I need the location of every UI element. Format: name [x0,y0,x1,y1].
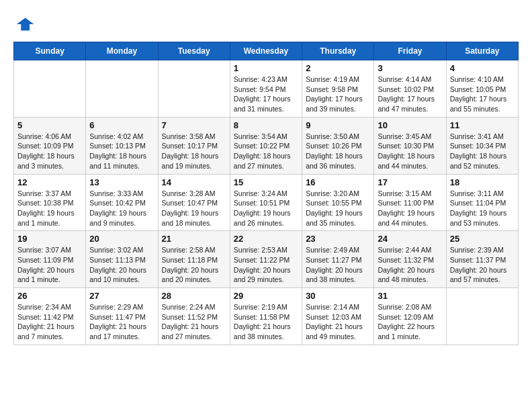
calendar-cell: 15Sunrise: 3:24 AMSunset: 10:51 PMDaylig… [230,174,302,231]
day-info: Sunrise: 3:33 AMSunset: 10:42 PMDaylight… [89,189,154,228]
calendar-cell: 28Sunrise: 2:24 AMSunset: 11:52 PMDaylig… [158,288,230,345]
date-number: 23 [306,234,370,244]
day-info: Sunrise: 3:45 AMSunset: 10:30 PMDaylight… [378,132,442,171]
calendar-cell: 9Sunrise: 3:50 AMSunset: 10:26 PMDayligh… [302,117,374,174]
day-info: Sunrise: 4:23 AMSunset: 9:54 PMDaylight:… [234,75,298,114]
date-number: 15 [234,177,298,187]
day-info: Sunrise: 3:20 AMSunset: 10:55 PMDaylight… [306,189,370,228]
date-number: 12 [17,177,82,187]
date-number: 17 [378,177,442,187]
day-header-thursday: Thursday [302,42,374,60]
day-info: Sunrise: 3:11 AMSunset: 11:04 PMDaylight… [450,189,515,228]
calendar-cell: 1Sunrise: 4:23 AMSunset: 9:54 PMDaylight… [230,60,302,118]
date-number: 21 [162,234,226,244]
day-header-friday: Friday [374,42,446,60]
calendar-cell: 17Sunrise: 3:15 AMSunset: 11:00 PMDaylig… [374,174,446,231]
day-info: Sunrise: 2:49 AMSunset: 11:27 PMDaylight… [306,245,370,285]
day-info: Sunrise: 2:19 AMSunset: 11:58 PMDaylight… [234,302,298,342]
date-number: 8 [234,120,298,130]
calendar-cell: 7Sunrise: 3:58 AMSunset: 10:17 PMDayligh… [158,117,230,174]
date-number: 9 [306,120,370,130]
calendar-cell: 13Sunrise: 3:33 AMSunset: 10:42 PMDaylig… [86,174,158,231]
day-header-saturday: Saturday [446,42,518,60]
logo-icon [13,13,35,35]
calendar-cell: 18Sunrise: 3:11 AMSunset: 11:04 PMDaylig… [446,174,518,231]
calendar-cell [158,60,230,118]
day-info: Sunrise: 3:54 AMSunset: 10:22 PMDaylight… [234,132,298,171]
calendar-cell: 14Sunrise: 3:28 AMSunset: 10:47 PMDaylig… [158,174,230,231]
day-info: Sunrise: 3:02 AMSunset: 11:13 PMDaylight… [89,245,154,285]
day-info: Sunrise: 2:08 AMSunset: 12:09 AMDaylight… [378,302,442,342]
date-number: 28 [162,291,226,301]
date-number: 16 [306,177,370,187]
day-info: Sunrise: 2:29 AMSunset: 11:47 PMDaylight… [89,302,154,342]
calendar-cell: 29Sunrise: 2:19 AMSunset: 11:58 PMDaylig… [230,288,302,345]
date-number: 14 [162,177,226,187]
day-info: Sunrise: 4:14 AMSunset: 10:02 PMDaylight… [378,75,442,114]
day-info: Sunrise: 3:15 AMSunset: 11:00 PMDaylight… [378,189,442,228]
calendar-cell [86,60,158,118]
day-info: Sunrise: 3:58 AMSunset: 10:17 PMDaylight… [162,132,226,171]
day-header-wednesday: Wednesday [230,42,302,60]
calendar-cell: 16Sunrise: 3:20 AMSunset: 10:55 PMDaylig… [302,174,374,231]
calendar-table: SundayMondayTuesdayWednesdayThursdayFrid… [13,42,519,345]
day-info: Sunrise: 4:06 AMSunset: 10:09 PMDaylight… [17,132,82,171]
date-number: 27 [89,291,154,301]
day-info: Sunrise: 4:02 AMSunset: 10:13 PMDaylight… [89,132,154,171]
calendar-cell [14,60,86,118]
date-number: 11 [450,120,515,130]
calendar-cell: 23Sunrise: 2:49 AMSunset: 11:27 PMDaylig… [302,231,374,288]
calendar-cell: 21Sunrise: 2:58 AMSunset: 11:18 PMDaylig… [158,231,230,288]
day-info: Sunrise: 3:41 AMSunset: 10:34 PMDaylight… [450,132,515,171]
date-number: 1 [234,63,298,73]
date-number: 4 [450,63,515,73]
date-number: 30 [306,291,370,301]
date-number: 29 [234,291,298,301]
date-number: 3 [378,63,442,73]
calendar-cell: 4Sunrise: 4:10 AMSunset: 10:05 PMDayligh… [446,60,518,118]
date-number: 13 [89,177,154,187]
calendar-cell [446,288,518,345]
day-info: Sunrise: 3:28 AMSunset: 10:47 PMDaylight… [162,189,226,228]
day-info: Sunrise: 2:53 AMSunset: 11:22 PMDaylight… [234,245,298,285]
calendar-cell: 31Sunrise: 2:08 AMSunset: 12:09 AMDaylig… [374,288,446,345]
calendar-cell: 19Sunrise: 3:07 AMSunset: 11:09 PMDaylig… [14,231,86,288]
day-header-tuesday: Tuesday [158,42,230,60]
calendar-cell: 27Sunrise: 2:29 AMSunset: 11:47 PMDaylig… [86,288,158,345]
calendar-cell: 25Sunrise: 2:39 AMSunset: 11:37 PMDaylig… [446,231,518,288]
page-header [13,13,519,35]
day-info: Sunrise: 3:37 AMSunset: 10:38 PMDaylight… [17,189,82,228]
calendar-cell: 6Sunrise: 4:02 AMSunset: 10:13 PMDayligh… [86,117,158,174]
calendar-cell: 5Sunrise: 4:06 AMSunset: 10:09 PMDayligh… [14,117,86,174]
date-number: 25 [450,234,515,244]
date-number: 6 [89,120,154,130]
calendar-cell: 26Sunrise: 2:34 AMSunset: 11:42 PMDaylig… [14,288,86,345]
date-number: 7 [162,120,226,130]
date-number: 18 [450,177,515,187]
date-number: 5 [17,120,82,130]
day-info: Sunrise: 3:24 AMSunset: 10:51 PMDaylight… [234,189,298,228]
day-info: Sunrise: 4:10 AMSunset: 10:05 PMDaylight… [450,75,515,114]
calendar-cell: 22Sunrise: 2:53 AMSunset: 11:22 PMDaylig… [230,231,302,288]
calendar-cell: 30Sunrise: 2:14 AMSunset: 12:03 AMDaylig… [302,288,374,345]
calendar-cell: 11Sunrise: 3:41 AMSunset: 10:34 PMDaylig… [446,117,518,174]
day-info: Sunrise: 2:24 AMSunset: 11:52 PMDaylight… [162,302,226,342]
date-number: 2 [306,63,370,73]
logo [13,13,38,35]
date-number: 24 [378,234,442,244]
calendar-cell: 3Sunrise: 4:14 AMSunset: 10:02 PMDayligh… [374,60,446,118]
date-number: 19 [17,234,82,244]
day-header-sunday: Sunday [14,42,86,60]
calendar-cell: 24Sunrise: 2:44 AMSunset: 11:32 PMDaylig… [374,231,446,288]
date-number: 10 [378,120,442,130]
calendar-cell: 10Sunrise: 3:45 AMSunset: 10:30 PMDaylig… [374,117,446,174]
day-info: Sunrise: 3:50 AMSunset: 10:26 PMDaylight… [306,132,370,171]
day-info: Sunrise: 2:34 AMSunset: 11:42 PMDaylight… [17,302,82,342]
date-number: 31 [378,291,442,301]
day-info: Sunrise: 2:14 AMSunset: 12:03 AMDaylight… [306,302,370,342]
calendar-cell: 8Sunrise: 3:54 AMSunset: 10:22 PMDayligh… [230,117,302,174]
calendar-cell: 12Sunrise: 3:37 AMSunset: 10:38 PMDaylig… [14,174,86,231]
calendar-cell: 2Sunrise: 4:19 AMSunset: 9:58 PMDaylight… [302,60,374,118]
day-info: Sunrise: 3:07 AMSunset: 11:09 PMDaylight… [17,245,82,285]
day-info: Sunrise: 2:39 AMSunset: 11:37 PMDaylight… [450,245,515,285]
